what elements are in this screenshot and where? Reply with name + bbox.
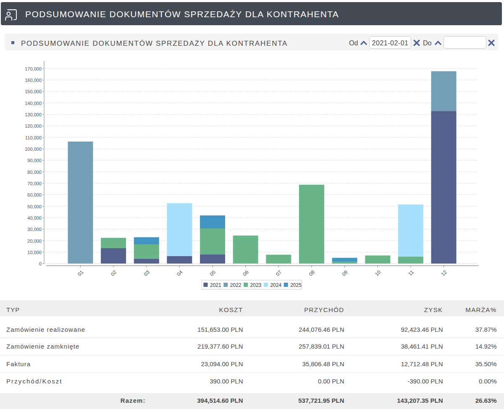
svg-text:06: 06 <box>242 269 250 277</box>
svg-text:30,000: 30,000 <box>27 227 42 232</box>
svg-text:10: 10 <box>374 269 382 277</box>
svg-text:110,000: 110,000 <box>25 135 42 140</box>
svg-text:09: 09 <box>341 269 349 277</box>
svg-text:130,000: 130,000 <box>25 112 42 117</box>
svg-text:60,000: 60,000 <box>27 192 42 197</box>
svg-text:02: 02 <box>110 269 118 277</box>
svg-text:80,000: 80,000 <box>27 170 42 175</box>
svg-text:100,000: 100,000 <box>25 147 42 152</box>
svg-text:2022: 2022 <box>230 282 242 288</box>
svg-text:10,000: 10,000 <box>27 250 42 255</box>
svg-text:20,000: 20,000 <box>27 239 42 244</box>
svg-text:12: 12 <box>440 269 448 277</box>
svg-text:70,000: 70,000 <box>27 181 42 186</box>
svg-text:2025: 2025 <box>290 282 302 288</box>
svg-text:90,000: 90,000 <box>27 158 42 163</box>
svg-text:2024: 2024 <box>270 282 281 288</box>
svg-text:03: 03 <box>143 269 151 277</box>
svg-text:2023: 2023 <box>250 282 262 288</box>
svg-text:11: 11 <box>407 269 415 277</box>
svg-text:07: 07 <box>275 269 283 277</box>
svg-text:170,000: 170,000 <box>25 66 42 71</box>
svg-text:04: 04 <box>176 269 184 277</box>
svg-text:01: 01 <box>76 269 85 277</box>
svg-text:0: 0 <box>39 261 42 266</box>
svg-text:140,000: 140,000 <box>25 101 42 106</box>
svg-text:08: 08 <box>308 269 316 277</box>
svg-text:40,000: 40,000 <box>27 215 42 220</box>
svg-text:150,000: 150,000 <box>25 89 42 94</box>
svg-text:160,000: 160,000 <box>25 78 42 83</box>
svg-text:05: 05 <box>209 269 217 277</box>
svg-text:50,000: 50,000 <box>27 204 42 209</box>
svg-text:120,000: 120,000 <box>25 123 42 129</box>
svg-text:2021: 2021 <box>210 282 221 288</box>
